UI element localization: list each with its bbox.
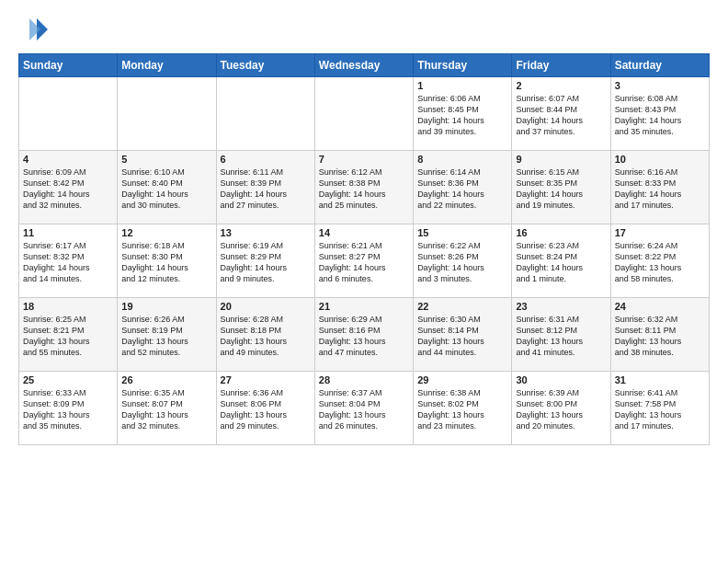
calendar-cell: 5Sunrise: 6:10 AM Sunset: 8:40 PM Daylig… — [118, 151, 216, 224]
calendar-cell: 28Sunrise: 6:37 AM Sunset: 8:04 PM Dayli… — [314, 372, 413, 445]
calendar-cell: 24Sunrise: 6:32 AM Sunset: 8:11 PM Dayli… — [610, 298, 709, 372]
calendar-cell: 31Sunrise: 6:41 AM Sunset: 7:58 PM Dayli… — [610, 372, 709, 445]
calendar-cell: 18Sunrise: 6:25 AM Sunset: 8:21 PM Dayli… — [19, 298, 118, 372]
day-number: 29 — [417, 374, 507, 385]
calendar-day-header: Saturday — [610, 54, 709, 77]
day-number: 13 — [221, 227, 311, 238]
calendar-cell — [118, 77, 216, 151]
calendar-cell: 14Sunrise: 6:21 AM Sunset: 8:27 PM Dayli… — [314, 224, 413, 298]
day-number: 16 — [516, 227, 606, 238]
calendar-day-header: Thursday — [414, 54, 512, 77]
calendar-cell: 25Sunrise: 6:33 AM Sunset: 8:09 PM Dayli… — [19, 372, 118, 445]
calendar-cell: 9Sunrise: 6:15 AM Sunset: 8:35 PM Daylig… — [512, 151, 610, 224]
day-info: Sunrise: 6:38 AM Sunset: 8:02 PM Dayligh… — [417, 387, 507, 432]
day-info: Sunrise: 6:24 AM Sunset: 8:22 PM Dayligh… — [615, 240, 705, 285]
day-number: 10 — [615, 154, 705, 165]
day-info: Sunrise: 6:23 AM Sunset: 8:24 PM Dayligh… — [516, 240, 606, 285]
day-number: 11 — [23, 227, 113, 238]
day-info: Sunrise: 6:32 AM Sunset: 8:11 PM Dayligh… — [615, 314, 705, 359]
day-number: 14 — [319, 227, 409, 238]
day-info: Sunrise: 6:14 AM Sunset: 8:36 PM Dayligh… — [417, 167, 507, 212]
calendar-cell: 19Sunrise: 6:26 AM Sunset: 8:19 PM Dayli… — [118, 298, 216, 372]
day-info: Sunrise: 6:35 AM Sunset: 8:07 PM Dayligh… — [121, 387, 211, 432]
day-info: Sunrise: 6:18 AM Sunset: 8:30 PM Dayligh… — [121, 240, 211, 285]
calendar-cell: 8Sunrise: 6:14 AM Sunset: 8:36 PM Daylig… — [414, 151, 512, 224]
day-number: 27 — [221, 374, 311, 385]
calendar-week-row: 11Sunrise: 6:17 AM Sunset: 8:32 PM Dayli… — [19, 224, 710, 298]
day-info: Sunrise: 6:12 AM Sunset: 8:38 PM Dayligh… — [319, 167, 409, 212]
day-info: Sunrise: 6:30 AM Sunset: 8:14 PM Dayligh… — [417, 314, 507, 359]
day-number: 5 — [121, 154, 211, 165]
calendar-cell: 16Sunrise: 6:23 AM Sunset: 8:24 PM Dayli… — [512, 224, 610, 298]
day-number: 22 — [417, 301, 507, 312]
day-info: Sunrise: 6:29 AM Sunset: 8:16 PM Dayligh… — [319, 314, 409, 359]
day-number: 8 — [417, 154, 507, 165]
day-info: Sunrise: 6:08 AM Sunset: 8:43 PM Dayligh… — [615, 93, 705, 138]
day-number: 12 — [121, 227, 211, 238]
day-info: Sunrise: 6:37 AM Sunset: 8:04 PM Dayligh… — [319, 387, 409, 432]
day-number: 7 — [319, 154, 409, 165]
logo — [18, 15, 51, 44]
calendar-cell: 20Sunrise: 6:28 AM Sunset: 8:18 PM Dayli… — [216, 298, 314, 372]
calendar-cell — [216, 77, 314, 151]
day-number: 25 — [23, 374, 113, 385]
day-number: 18 — [23, 301, 113, 312]
day-info: Sunrise: 6:33 AM Sunset: 8:09 PM Dayligh… — [23, 387, 113, 432]
calendar-cell: 27Sunrise: 6:36 AM Sunset: 8:06 PM Dayli… — [216, 372, 314, 445]
calendar-cell: 2Sunrise: 6:07 AM Sunset: 8:44 PM Daylig… — [512, 77, 610, 151]
calendar-table: SundayMondayTuesdayWednesdayThursdayFrid… — [18, 53, 710, 445]
calendar-day-header: Sunday — [19, 54, 118, 77]
calendar-cell: 11Sunrise: 6:17 AM Sunset: 8:32 PM Dayli… — [19, 224, 118, 298]
day-info: Sunrise: 6:06 AM Sunset: 8:45 PM Dayligh… — [417, 93, 507, 138]
day-number: 2 — [516, 80, 606, 91]
day-number: 24 — [615, 301, 705, 312]
header — [18, 15, 710, 44]
page: SundayMondayTuesdayWednesdayThursdayFrid… — [0, 0, 728, 454]
day-info: Sunrise: 6:16 AM Sunset: 8:33 PM Dayligh… — [615, 167, 705, 212]
calendar-day-header: Tuesday — [216, 54, 314, 77]
calendar-cell: 12Sunrise: 6:18 AM Sunset: 8:30 PM Dayli… — [118, 224, 216, 298]
calendar-week-row: 1Sunrise: 6:06 AM Sunset: 8:45 PM Daylig… — [19, 77, 710, 151]
day-number: 19 — [121, 301, 211, 312]
day-number: 21 — [319, 301, 409, 312]
calendar-cell: 22Sunrise: 6:30 AM Sunset: 8:14 PM Dayli… — [414, 298, 512, 372]
day-info: Sunrise: 6:17 AM Sunset: 8:32 PM Dayligh… — [23, 240, 113, 285]
calendar-cell — [19, 77, 118, 151]
day-number: 26 — [121, 374, 211, 385]
day-number: 28 — [319, 374, 409, 385]
logo-icon — [18, 15, 48, 44]
calendar-week-row: 18Sunrise: 6:25 AM Sunset: 8:21 PM Dayli… — [19, 298, 710, 372]
calendar-cell: 21Sunrise: 6:29 AM Sunset: 8:16 PM Dayli… — [314, 298, 413, 372]
day-number: 15 — [417, 227, 507, 238]
calendar-week-row: 25Sunrise: 6:33 AM Sunset: 8:09 PM Dayli… — [19, 372, 710, 445]
calendar-header-row: SundayMondayTuesdayWednesdayThursdayFrid… — [19, 54, 710, 77]
day-number: 9 — [516, 154, 606, 165]
calendar-cell: 15Sunrise: 6:22 AM Sunset: 8:26 PM Dayli… — [414, 224, 512, 298]
calendar-cell: 1Sunrise: 6:06 AM Sunset: 8:45 PM Daylig… — [414, 77, 512, 151]
calendar-cell: 13Sunrise: 6:19 AM Sunset: 8:29 PM Dayli… — [216, 224, 314, 298]
day-info: Sunrise: 6:31 AM Sunset: 8:12 PM Dayligh… — [516, 314, 606, 359]
calendar-cell: 4Sunrise: 6:09 AM Sunset: 8:42 PM Daylig… — [19, 151, 118, 224]
day-info: Sunrise: 6:36 AM Sunset: 8:06 PM Dayligh… — [221, 387, 311, 432]
calendar-week-row: 4Sunrise: 6:09 AM Sunset: 8:42 PM Daylig… — [19, 151, 710, 224]
calendar-cell: 17Sunrise: 6:24 AM Sunset: 8:22 PM Dayli… — [610, 224, 709, 298]
day-info: Sunrise: 6:07 AM Sunset: 8:44 PM Dayligh… — [516, 93, 606, 138]
day-number: 3 — [615, 80, 705, 91]
day-info: Sunrise: 6:19 AM Sunset: 8:29 PM Dayligh… — [221, 240, 311, 285]
calendar-cell — [314, 77, 413, 151]
day-number: 4 — [23, 154, 113, 165]
day-number: 1 — [417, 80, 507, 91]
calendar-cell: 3Sunrise: 6:08 AM Sunset: 8:43 PM Daylig… — [610, 77, 709, 151]
calendar-cell: 6Sunrise: 6:11 AM Sunset: 8:39 PM Daylig… — [216, 151, 314, 224]
calendar-cell: 7Sunrise: 6:12 AM Sunset: 8:38 PM Daylig… — [314, 151, 413, 224]
day-info: Sunrise: 6:15 AM Sunset: 8:35 PM Dayligh… — [516, 167, 606, 212]
calendar-cell: 10Sunrise: 6:16 AM Sunset: 8:33 PM Dayli… — [610, 151, 709, 224]
day-info: Sunrise: 6:28 AM Sunset: 8:18 PM Dayligh… — [221, 314, 311, 359]
day-number: 23 — [516, 301, 606, 312]
calendar-cell: 23Sunrise: 6:31 AM Sunset: 8:12 PM Dayli… — [512, 298, 610, 372]
day-info: Sunrise: 6:21 AM Sunset: 8:27 PM Dayligh… — [319, 240, 409, 285]
day-number: 20 — [221, 301, 311, 312]
day-info: Sunrise: 6:25 AM Sunset: 8:21 PM Dayligh… — [23, 314, 113, 359]
calendar-cell: 30Sunrise: 6:39 AM Sunset: 8:00 PM Dayli… — [512, 372, 610, 445]
calendar-day-header: Friday — [512, 54, 610, 77]
